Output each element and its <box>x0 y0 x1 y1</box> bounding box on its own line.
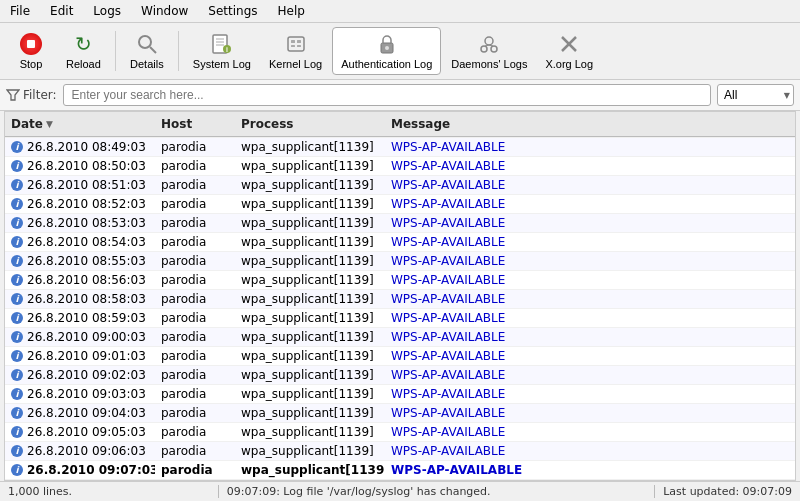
cell-host: parodia <box>155 252 235 270</box>
message-link[interactable]: WPS-AP-AVAILABLE <box>391 254 505 268</box>
menu-logs[interactable]: Logs <box>87 2 127 20</box>
message-link[interactable]: WPS-AP-AVAILABLE <box>391 159 505 173</box>
auth-log-icon <box>375 32 399 56</box>
table-row[interactable]: i26.8.2010 08:58:03parodiawpa_supplicant… <box>5 290 795 309</box>
auth-log-button[interactable]: Authentication Log <box>332 27 441 75</box>
reload-button[interactable]: ↻ Reload <box>58 28 109 74</box>
details-label: Details <box>130 58 164 70</box>
table-row[interactable]: i26.8.2010 08:54:03parodiawpa_supplicant… <box>5 233 795 252</box>
cell-message[interactable]: WPS-AP-AVAILABLE <box>385 195 795 213</box>
col-message[interactable]: Message <box>385 115 795 133</box>
cell-message[interactable]: WPS-AP-AVAILABLE <box>385 176 795 194</box>
message-link[interactable]: WPS-AP-AVAILABLE <box>391 387 505 401</box>
cell-message[interactable]: WPS-AP-AVAILABLE <box>385 290 795 308</box>
filter-icon-label: Filter: <box>6 88 57 102</box>
cell-date: i26.8.2010 08:53:03 <box>5 214 155 232</box>
table-body: i26.8.2010 08:45:03parodiawpa_supplicant… <box>5 137 795 480</box>
table-row[interactable]: i26.8.2010 08:53:03parodiawpa_supplicant… <box>5 214 795 233</box>
kernel-log-button[interactable]: Kernel Log <box>261 28 330 74</box>
info-icon: i <box>11 236 23 248</box>
date-text: 26.8.2010 09:04:03 <box>27 406 146 420</box>
menu-file[interactable]: File <box>4 2 36 20</box>
cell-message[interactable]: WPS-AP-AVAILABLE <box>385 347 795 365</box>
cell-message[interactable]: WPS-AP-AVAILABLE <box>385 252 795 270</box>
xorg-log-button[interactable]: X.org Log <box>537 28 601 74</box>
cell-message[interactable]: WPS-AP-AVAILABLE <box>385 233 795 251</box>
message-link[interactable]: WPS-AP-AVAILABLE <box>391 463 522 477</box>
cell-message[interactable]: WPS-AP-AVAILABLE <box>385 214 795 232</box>
message-link[interactable]: WPS-AP-AVAILABLE <box>391 349 505 363</box>
message-link[interactable]: WPS-AP-AVAILABLE <box>391 235 505 249</box>
cell-process: wpa_supplicant[1139] <box>235 328 385 346</box>
menu-settings[interactable]: Settings <box>202 2 263 20</box>
table-row[interactable]: i26.8.2010 08:49:03parodiawpa_supplicant… <box>5 138 795 157</box>
table-row[interactable]: i26.8.2010 09:06:03parodiawpa_supplicant… <box>5 442 795 461</box>
cell-host: parodia <box>155 328 235 346</box>
message-link[interactable]: WPS-AP-AVAILABLE <box>391 273 505 287</box>
table-row[interactable]: i26.8.2010 09:00:03parodiawpa_supplicant… <box>5 328 795 347</box>
cell-message[interactable]: WPS-AP-AVAILABLE <box>385 309 795 327</box>
cell-message[interactable]: WPS-AP-AVAILABLE <box>385 404 795 422</box>
col-process[interactable]: Process <box>235 115 385 133</box>
filter-label-text: Filter: <box>23 88 57 102</box>
cell-host: parodia <box>155 214 235 232</box>
search-input[interactable] <box>63 84 711 106</box>
table-row[interactable]: i26.8.2010 08:59:03parodiawpa_supplicant… <box>5 309 795 328</box>
table-header: Date ▼ Host Process Message <box>5 112 795 137</box>
table-row[interactable]: i26.8.2010 08:52:03parodiawpa_supplicant… <box>5 195 795 214</box>
system-log-button[interactable]: i System Log <box>185 28 259 74</box>
message-link[interactable]: WPS-AP-AVAILABLE <box>391 311 505 325</box>
system-log-label: System Log <box>193 58 251 70</box>
daemons-log-button[interactable]: Daemons' Logs <box>443 28 535 74</box>
cell-message[interactable]: WPS-AP-AVAILABLE <box>385 461 795 479</box>
message-link[interactable]: WPS-AP-AVAILABLE <box>391 216 505 230</box>
date-text: 26.8.2010 08:49:03 <box>27 140 146 154</box>
table-row[interactable]: i26.8.2010 09:01:03parodiawpa_supplicant… <box>5 347 795 366</box>
cell-message[interactable]: WPS-AP-AVAILABLE <box>385 157 795 175</box>
message-link[interactable]: WPS-AP-AVAILABLE <box>391 140 505 154</box>
cell-message[interactable]: WPS-AP-AVAILABLE <box>385 366 795 384</box>
cell-message[interactable]: WPS-AP-AVAILABLE <box>385 385 795 403</box>
filter-select[interactable]: All Debug Info Warning Error Critical <box>717 84 794 106</box>
message-link[interactable]: WPS-AP-AVAILABLE <box>391 197 505 211</box>
menu-window[interactable]: Window <box>135 2 194 20</box>
col-host[interactable]: Host <box>155 115 235 133</box>
menu-help[interactable]: Help <box>272 2 311 20</box>
table-row[interactable]: i26.8.2010 09:02:03parodiawpa_supplicant… <box>5 366 795 385</box>
cell-host: parodia <box>155 176 235 194</box>
details-button[interactable]: Details <box>122 28 172 74</box>
menu-edit[interactable]: Edit <box>44 2 79 20</box>
stop-button[interactable]: Stop <box>6 28 56 74</box>
table-row[interactable]: i26.8.2010 08:55:03parodiawpa_supplicant… <box>5 252 795 271</box>
table-row[interactable]: i26.8.2010 09:05:03parodiawpa_supplicant… <box>5 423 795 442</box>
message-link[interactable]: WPS-AP-AVAILABLE <box>391 292 505 306</box>
cell-date: i26.8.2010 09:03:03 <box>5 385 155 403</box>
message-link[interactable]: WPS-AP-AVAILABLE <box>391 444 505 458</box>
info-icon: i <box>11 179 23 191</box>
message-link[interactable]: WPS-AP-AVAILABLE <box>391 406 505 420</box>
date-text: 26.8.2010 09:06:03 <box>27 444 146 458</box>
cell-date: i26.8.2010 08:58:03 <box>5 290 155 308</box>
date-text: 26.8.2010 09:05:03 <box>27 425 146 439</box>
svg-point-0 <box>139 36 151 48</box>
table-row[interactable]: i26.8.2010 08:56:03parodiawpa_supplicant… <box>5 271 795 290</box>
col-date[interactable]: Date ▼ <box>5 115 155 133</box>
cell-message[interactable]: WPS-AP-AVAILABLE <box>385 442 795 460</box>
cell-message[interactable]: WPS-AP-AVAILABLE <box>385 138 795 156</box>
table-row[interactable]: i26.8.2010 09:07:03parodiawpa_supplicant… <box>5 461 795 480</box>
cell-message[interactable]: WPS-AP-AVAILABLE <box>385 271 795 289</box>
message-link[interactable]: WPS-AP-AVAILABLE <box>391 368 505 382</box>
table-row[interactable]: i26.8.2010 09:03:03parodiawpa_supplicant… <box>5 385 795 404</box>
table-row[interactable]: i26.8.2010 09:04:03parodiawpa_supplicant… <box>5 404 795 423</box>
cell-message[interactable]: WPS-AP-AVAILABLE <box>385 423 795 441</box>
date-text: 26.8.2010 08:55:03 <box>27 254 146 268</box>
message-link[interactable]: WPS-AP-AVAILABLE <box>391 178 505 192</box>
table-row[interactable]: i26.8.2010 08:50:03parodiawpa_supplicant… <box>5 157 795 176</box>
svg-text:i: i <box>226 46 228 53</box>
message-link[interactable]: WPS-AP-AVAILABLE <box>391 425 505 439</box>
kernel-log-label: Kernel Log <box>269 58 322 70</box>
table-row[interactable]: i26.8.2010 08:51:03parodiawpa_supplicant… <box>5 176 795 195</box>
message-link[interactable]: WPS-AP-AVAILABLE <box>391 330 505 344</box>
cell-date: i26.8.2010 08:52:03 <box>5 195 155 213</box>
cell-message[interactable]: WPS-AP-AVAILABLE <box>385 328 795 346</box>
